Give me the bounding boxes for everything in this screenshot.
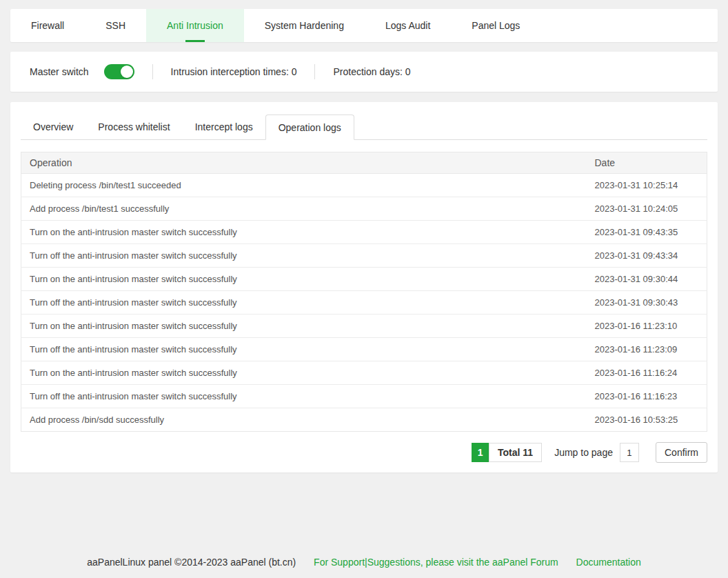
- operation-cell: Turn off the anti-intrusion master switc…: [21, 291, 587, 315]
- date-cell: 2023-01-16 10:53:25: [587, 408, 707, 432]
- tab-overview[interactable]: Overview: [21, 114, 85, 139]
- operation-cell: Turn off the anti-intrusion master switc…: [21, 244, 587, 268]
- date-cell: 2023-01-16 11:16:23: [587, 385, 707, 408]
- operation-cell: Turn off the anti-intrusion master switc…: [21, 385, 587, 408]
- jump-to-page-label: Jump to page: [554, 447, 613, 458]
- table-row: Turn off the anti-intrusion master switc…: [21, 244, 707, 268]
- date-cell: 2023-01-31 10:25:14: [587, 174, 707, 197]
- confirm-button[interactable]: Confirm: [656, 442, 707, 463]
- page-total-label: Total 11: [489, 443, 542, 462]
- documentation-link[interactable]: Documentation: [576, 557, 641, 568]
- tab-operation-logs[interactable]: Operation logs: [265, 114, 354, 140]
- date-cell: 2023-01-31 09:30:43: [587, 291, 707, 315]
- date-cell: 2023-01-16 11:16:24: [587, 361, 707, 385]
- date-cell: 2023-01-31 09:30:44: [587, 268, 707, 291]
- table-row: Turn on the anti-intrusion master switch…: [21, 315, 707, 338]
- panel-tab-bar: Overview Process whitelist Intercept log…: [21, 114, 707, 140]
- table-row: Turn off the anti-intrusion master switc…: [21, 338, 707, 361]
- interception-times-stat: Intrusion interception times: 0: [171, 66, 297, 77]
- date-cell: 2023-01-31 10:24:05: [587, 197, 707, 221]
- table-row: Deleting process /bin/test1 succeeded 20…: [21, 174, 707, 197]
- tab-process-whitelist[interactable]: Process whitelist: [85, 114, 182, 139]
- toggle-knob-icon: [121, 66, 133, 78]
- table-row: Turn on the anti-intrusion master switch…: [21, 361, 707, 385]
- tab-firewall[interactable]: Firewall: [10, 9, 85, 42]
- master-switch-bar: Master switch Intrusion interception tim…: [10, 52, 718, 92]
- page-number-button[interactable]: 1: [472, 443, 489, 462]
- protection-days-stat: Protection days: 0: [333, 66, 410, 77]
- table-row: Turn off the anti-intrusion master switc…: [21, 385, 707, 408]
- master-switch-label: Master switch: [30, 66, 89, 77]
- table-row: Turn on the anti-intrusion master switch…: [21, 221, 707, 244]
- table-row: Turn off the anti-intrusion master switc…: [21, 291, 707, 315]
- master-switch-toggle[interactable]: [104, 64, 134, 79]
- divider: [314, 64, 315, 79]
- tab-panel-logs[interactable]: Panel Logs: [451, 9, 540, 42]
- operation-cell: Turn on the anti-intrusion master switch…: [21, 315, 587, 338]
- column-header-operation: Operation: [21, 152, 587, 174]
- date-cell: 2023-01-16 11:23:09: [587, 338, 707, 361]
- operation-cell: Add process /bin/sdd successfully: [21, 408, 587, 432]
- operation-cell: Turn on the anti-intrusion master switch…: [21, 221, 587, 244]
- pagination: 1 Total 11 Jump to page Confirm: [21, 442, 707, 463]
- tab-logs-audit[interactable]: Logs Audit: [365, 9, 451, 42]
- date-cell: 2023-01-16 11:23:10: [587, 315, 707, 338]
- column-header-date: Date: [587, 152, 707, 174]
- operation-cell: Add process /bin/test1 successfully: [21, 197, 587, 221]
- date-cell: 2023-01-31 09:43:34: [587, 244, 707, 268]
- operation-cell: Deleting process /bin/test1 succeeded: [21, 174, 587, 197]
- operation-cell: Turn on the anti-intrusion master switch…: [21, 361, 587, 385]
- page-footer: aaPanelLinux panel ©2014-2023 aaPanel (b…: [0, 557, 728, 568]
- support-forum-link[interactable]: For Support|Suggestions, please visit th…: [314, 557, 558, 568]
- table-row: Add process /bin/test1 successfully 2023…: [21, 197, 707, 221]
- tab-intercept-logs[interactable]: Intercept logs: [183, 114, 265, 139]
- operation-cell: Turn on the anti-intrusion master switch…: [21, 268, 587, 291]
- anti-intrusion-panel: Overview Process whitelist Intercept log…: [10, 102, 718, 472]
- table-header-row: Operation Date: [21, 152, 707, 174]
- tab-system-hardening[interactable]: System Hardening: [244, 9, 365, 42]
- copyright-text: aaPanelLinux panel ©2014-2023 aaPanel (b…: [87, 557, 296, 568]
- jump-to-page-input[interactable]: [620, 443, 639, 462]
- table-row: Add process /bin/sdd successfully 2023-0…: [21, 408, 707, 432]
- operation-logs-table: Operation Date Deleting process /bin/tes…: [21, 152, 707, 432]
- tab-ssh[interactable]: SSH: [85, 9, 146, 42]
- divider: [152, 64, 153, 79]
- tab-anti-intrusion[interactable]: Anti Intrusion: [146, 9, 244, 42]
- security-tab-bar: Firewall SSH Anti Intrusion System Harde…: [10, 9, 718, 42]
- date-cell: 2023-01-31 09:43:35: [587, 221, 707, 244]
- table-row: Turn on the anti-intrusion master switch…: [21, 268, 707, 291]
- operation-cell: Turn off the anti-intrusion master switc…: [21, 338, 587, 361]
